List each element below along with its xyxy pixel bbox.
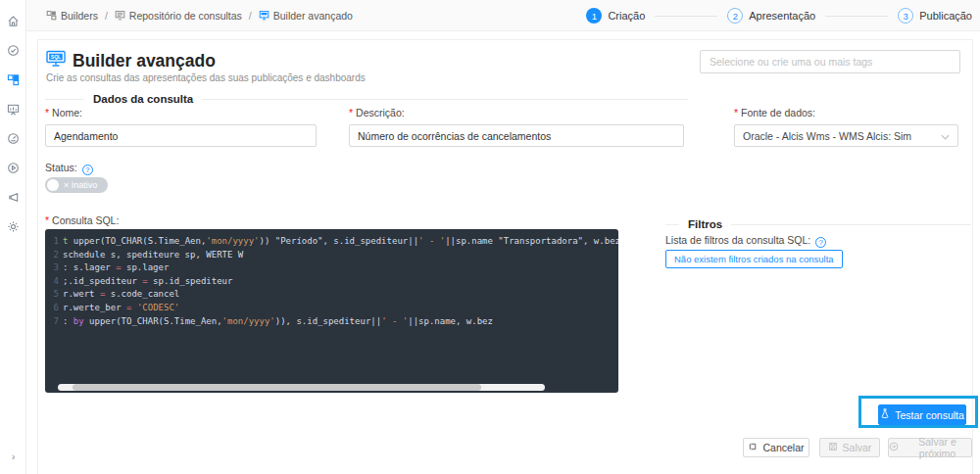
sidebar-item-dashboards[interactable] bbox=[0, 125, 26, 155]
description-label: *Descrição: bbox=[349, 107, 405, 118]
sidebar-item-settings[interactable] bbox=[0, 213, 26, 243]
breadcrumb-item-query-repository[interactable]: Repositório de consultas bbox=[115, 10, 242, 23]
required-mark: * bbox=[349, 107, 353, 118]
name-label: *Nome: bbox=[45, 107, 82, 118]
toggle-label: × Inativo bbox=[64, 180, 97, 190]
toggle-knob bbox=[47, 179, 59, 191]
query-repository-icon bbox=[115, 10, 125, 23]
step-number: 3 bbox=[898, 8, 913, 24]
cancel-icon bbox=[748, 442, 758, 453]
required-mark: * bbox=[45, 107, 49, 118]
description-field[interactable] bbox=[349, 124, 684, 147]
page-title-row: SQL Builder avançado bbox=[46, 49, 216, 72]
arrow-circle-icon bbox=[889, 442, 899, 453]
sql-builder-icon bbox=[259, 10, 270, 23]
step-connector bbox=[825, 16, 888, 17]
sidebar-item-announcements[interactable] bbox=[0, 184, 26, 213]
step-connector bbox=[655, 16, 717, 17]
test-query-button[interactable]: Testar consulta bbox=[878, 404, 966, 425]
filters-help-icon[interactable]: ? bbox=[815, 237, 826, 248]
screen: › Builders / Repositório de consultas / … bbox=[0, 0, 980, 474]
sidebar-item-home[interactable] bbox=[0, 8, 26, 37]
name-field[interactable] bbox=[45, 124, 317, 147]
sidebar-collapse-chevron[interactable]: › bbox=[0, 450, 26, 462]
page-subtitle: Crie as consultas das apresentações das … bbox=[46, 72, 366, 83]
breadcrumb-label: Builder avançado bbox=[273, 10, 353, 22]
settings-icon bbox=[7, 219, 20, 237]
step-label: Publicação bbox=[919, 10, 972, 22]
megaphone-icon bbox=[7, 190, 20, 208]
section-divider-dados: Dados da consulta bbox=[45, 93, 688, 105]
page-title: Builder avançado bbox=[73, 51, 216, 71]
svg-text:SQL: SQL bbox=[51, 54, 61, 60]
audit-icon bbox=[7, 43, 20, 61]
cancel-button[interactable]: Cancelar bbox=[743, 438, 809, 457]
datasource-value: Oracle - Alcis Wms - WMS Alcis: Sim bbox=[743, 130, 911, 142]
save-button[interactable]: Salvar bbox=[819, 438, 880, 457]
sidebar: › bbox=[0, 0, 26, 474]
required-mark: * bbox=[734, 107, 738, 118]
status-label: Status:? bbox=[45, 162, 93, 175]
status-help-icon[interactable]: ? bbox=[82, 165, 93, 175]
builders-icon bbox=[7, 72, 20, 90]
breadcrumb: Builders / Repositório de consultas / Bu… bbox=[46, 0, 353, 31]
flask-icon bbox=[880, 408, 890, 421]
sql-editor-code: 1t upper(TO_CHAR(S.Time_Aen,'mon/yyyy'))… bbox=[50, 235, 618, 328]
content-card: SQL Builder avançado Crie as consultas d… bbox=[37, 39, 973, 474]
section-title-filtros: Filtros bbox=[688, 218, 722, 230]
sql-label: *Consulta SQL: bbox=[45, 214, 119, 226]
sql-editor-hscrollbar[interactable] bbox=[58, 384, 545, 391]
filters-list-label: Lista de filtros da consulta SQL:? bbox=[665, 234, 826, 248]
sidebar-item-audit[interactable] bbox=[0, 37, 26, 67]
breadcrumb-separator: / bbox=[249, 10, 252, 22]
datasource-select[interactable]: Oracle - Alcis Wms - WMS Alcis: Sim bbox=[734, 124, 958, 147]
step-apresentacao[interactable]: 2 Apresentação bbox=[727, 8, 815, 24]
sidebar-item-presentations[interactable] bbox=[0, 96, 26, 125]
datasource-label: *Fonte de dados: bbox=[734, 107, 815, 118]
play-circle-icon bbox=[7, 161, 20, 178]
breadcrumb-separator: / bbox=[105, 10, 108, 22]
sidebar-item-builders[interactable] bbox=[0, 67, 26, 96]
section-divider-filtros: Filtros bbox=[665, 218, 971, 230]
sidebar-item-executions[interactable] bbox=[0, 155, 26, 184]
presentation-icon bbox=[7, 102, 20, 119]
step-number: 2 bbox=[727, 8, 743, 24]
tags-input[interactable] bbox=[700, 50, 960, 73]
step-number: 1 bbox=[586, 8, 602, 24]
wizard-stepper: 1 Criação 2 Apresentação 3 Publicação bbox=[586, 0, 972, 31]
filters-empty-badge: Não existem filtros criados na consulta bbox=[665, 250, 843, 268]
step-publicacao[interactable]: 3 Publicação bbox=[898, 8, 972, 24]
sql-builder-icon: SQL bbox=[46, 49, 66, 72]
section-title-dados: Dados da consulta bbox=[93, 93, 193, 105]
breadcrumb-label: Repositório de consultas bbox=[129, 10, 242, 22]
required-mark: * bbox=[45, 214, 49, 226]
step-label: Apresentação bbox=[749, 10, 815, 22]
home-icon bbox=[7, 14, 20, 31]
chevron-down-icon bbox=[941, 130, 950, 142]
builders-icon bbox=[46, 10, 57, 23]
breadcrumb-item-builders[interactable]: Builders bbox=[46, 10, 98, 23]
dashboard-icon bbox=[7, 131, 20, 149]
scrollbar-thumb[interactable] bbox=[73, 384, 481, 391]
breadcrumb-label: Builders bbox=[61, 10, 98, 22]
sql-editor[interactable]: 1t upper(TO_CHAR(S.Time_Aen,'mon/yyyy'))… bbox=[45, 229, 618, 393]
save-next-button[interactable]: Salvar e próximo bbox=[888, 438, 972, 457]
step-label: Criação bbox=[608, 10, 645, 22]
status-toggle[interactable]: × Inativo bbox=[45, 177, 108, 193]
topbar: Builders / Repositório de consultas / Bu… bbox=[26, 0, 980, 31]
save-icon bbox=[828, 442, 838, 453]
step-criacao[interactable]: 1 Criação bbox=[586, 8, 645, 24]
breadcrumb-item-advanced-builder[interactable]: Builder avançado bbox=[259, 10, 353, 23]
